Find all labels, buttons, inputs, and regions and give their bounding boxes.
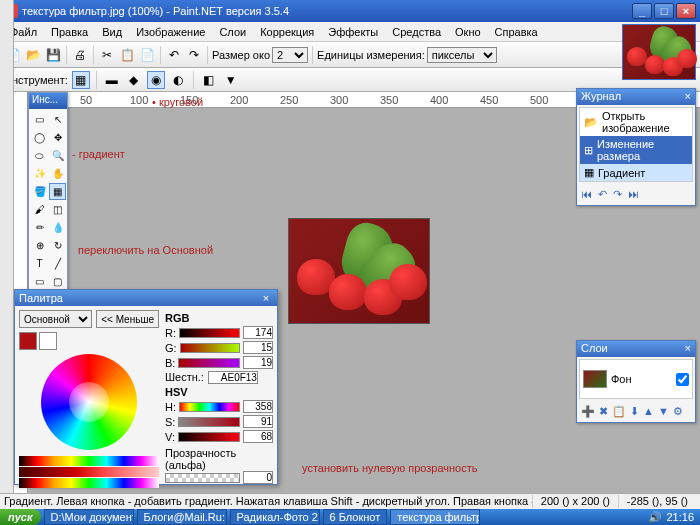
palette-title[interactable]: Палитра × xyxy=(15,290,277,306)
layer-row[interactable]: Фон xyxy=(579,359,693,399)
h-slider[interactable] xyxy=(179,402,240,412)
history-redo-icon[interactable]: ↷ xyxy=(613,188,622,201)
layer-down-icon[interactable]: ▼ xyxy=(658,405,669,418)
tray-icon[interactable]: 🔊 xyxy=(648,511,662,524)
line-tool[interactable]: ╱ xyxy=(49,255,66,272)
maximize-button[interactable]: □ xyxy=(654,3,674,19)
layers-title[interactable]: Слои× xyxy=(577,341,695,357)
menu-edit[interactable]: Правка xyxy=(45,24,94,40)
layer-up-icon[interactable]: ▲ xyxy=(643,405,654,418)
history-item[interactable]: ⊞Изменение размера xyxy=(580,136,692,164)
menu-image[interactable]: Изображение xyxy=(130,24,211,40)
start-button[interactable]: пуск xyxy=(0,509,41,525)
menu-layers[interactable]: Слои xyxy=(213,24,252,40)
primary-swatch[interactable] xyxy=(19,332,37,350)
b-slider[interactable] xyxy=(178,358,240,368)
v-slider[interactable] xyxy=(178,432,240,442)
s-input[interactable] xyxy=(243,415,273,428)
picker-tool[interactable]: 💧 xyxy=(49,219,66,236)
open-icon[interactable]: 📂 xyxy=(24,46,42,64)
select-rect-tool[interactable]: ▭ xyxy=(31,111,48,128)
r-input[interactable] xyxy=(243,326,273,339)
history-item[interactable]: ▦Градиент xyxy=(580,164,692,181)
save-icon[interactable]: 💾 xyxy=(44,46,62,64)
canvas-image[interactable] xyxy=(288,218,430,324)
copy-icon[interactable]: 📋 xyxy=(118,46,136,64)
move-tool[interactable]: ↖ xyxy=(49,111,66,128)
print-icon[interactable]: 🖨 xyxy=(71,46,89,64)
round-rect-tool[interactable]: ▢ xyxy=(49,273,66,290)
move-sel-tool[interactable]: ✥ xyxy=(49,129,66,146)
layers-close-icon[interactable]: × xyxy=(685,342,691,356)
alpha-slider[interactable] xyxy=(165,473,240,483)
image-thumbnail[interactable] xyxy=(622,24,696,80)
layer-visible-checkbox[interactable] xyxy=(676,373,689,386)
eraser-tool[interactable]: ◫ xyxy=(49,201,66,218)
g-input[interactable] xyxy=(243,341,273,354)
text-tool[interactable]: T xyxy=(31,255,48,272)
alpha-input[interactable] xyxy=(243,471,273,484)
blend-icon[interactable]: ▼ xyxy=(222,71,240,89)
gradient-tool[interactable]: ▦ xyxy=(49,183,66,200)
v-input[interactable] xyxy=(243,430,273,443)
r-slider[interactable] xyxy=(179,328,240,338)
history-item[interactable]: 📂Открыть изображение xyxy=(580,108,692,136)
redo-icon[interactable]: ↷ xyxy=(185,46,203,64)
units-select[interactable]: пикселы xyxy=(427,47,497,63)
layer-delete-icon[interactable]: ✖ xyxy=(599,405,608,418)
size-select[interactable]: 2 xyxy=(272,47,308,63)
palette-close-icon[interactable]: × xyxy=(259,292,273,304)
gradient-tool-icon[interactable]: ▦ xyxy=(72,71,90,89)
cut-icon[interactable]: ✂ xyxy=(98,46,116,64)
menu-window[interactable]: Окно xyxy=(449,24,487,40)
layer-merge-icon[interactable]: ⬇ xyxy=(630,405,639,418)
h-input[interactable] xyxy=(243,400,273,413)
s-slider[interactable] xyxy=(178,417,240,427)
taskbar-item[interactable]: текстура фильтр.j... xyxy=(390,509,480,525)
palette-swatches[interactable] xyxy=(19,456,159,488)
history-close-icon[interactable]: × xyxy=(685,90,691,104)
taskbar-item[interactable]: 6 Блокнот xyxy=(323,509,388,525)
g-slider[interactable] xyxy=(180,343,240,353)
color-mode-icon[interactable]: ◧ xyxy=(200,71,218,89)
menu-view[interactable]: Вид xyxy=(96,24,128,40)
gradient-diamond-icon[interactable]: ◆ xyxy=(125,71,143,89)
menu-help[interactable]: Справка xyxy=(489,24,544,40)
pencil-tool[interactable]: ✏ xyxy=(31,219,48,236)
ellipse-sel-tool[interactable]: ⬭ xyxy=(31,147,48,164)
rect-tool[interactable]: ▭ xyxy=(31,273,48,290)
layer-add-icon[interactable]: ➕ xyxy=(581,405,595,418)
color-wheel[interactable] xyxy=(41,354,137,450)
secondary-swatch[interactable] xyxy=(39,332,57,350)
history-last-icon[interactable]: ⏭ xyxy=(628,188,639,201)
gradient-linear-icon[interactable]: ▬ xyxy=(103,71,121,89)
layer-dup-icon[interactable]: 📋 xyxy=(612,405,626,418)
menu-adjust[interactable]: Коррекция xyxy=(254,24,320,40)
taskbar-item[interactable]: D:\Мои документы\... xyxy=(44,509,134,525)
b-input[interactable] xyxy=(243,356,273,369)
system-tray[interactable]: 🔊 21:16 xyxy=(642,511,700,524)
history-first-icon[interactable]: ⏮ xyxy=(581,188,592,201)
taskbar-item[interactable]: Блоги@Mail.Ru: Но... xyxy=(137,509,227,525)
pan-tool[interactable]: ✋ xyxy=(49,165,66,182)
gradient-radial-icon[interactable]: ◉ xyxy=(147,71,165,89)
undo-icon[interactable]: ↶ xyxy=(165,46,183,64)
brush-tool[interactable]: 🖌 xyxy=(31,201,48,218)
taskbar-item[interactable]: Радикал-Фото 2.6 ... xyxy=(230,509,320,525)
fill-tool[interactable]: 🪣 xyxy=(31,183,48,200)
layer-props-icon[interactable]: ⚙ xyxy=(673,405,683,418)
minimize-button[interactable]: _ xyxy=(632,3,652,19)
clone-tool[interactable]: ⊕ xyxy=(31,237,48,254)
menu-effects[interactable]: Эффекты xyxy=(322,24,384,40)
lasso-tool[interactable]: ◯ xyxy=(31,129,48,146)
hex-input[interactable] xyxy=(208,371,258,384)
color-mode-select[interactable]: Основной xyxy=(19,310,92,328)
history-undo-icon[interactable]: ↶ xyxy=(598,188,607,201)
history-title[interactable]: Журнал× xyxy=(577,89,695,105)
less-button[interactable]: << Меньше xyxy=(96,310,159,328)
menu-tools[interactable]: Средства xyxy=(386,24,447,40)
wand-tool[interactable]: ✨ xyxy=(31,165,48,182)
paste-icon[interactable]: 📄 xyxy=(138,46,156,64)
recolor-tool[interactable]: ↻ xyxy=(49,237,66,254)
zoom-tool[interactable]: 🔍 xyxy=(49,147,66,164)
